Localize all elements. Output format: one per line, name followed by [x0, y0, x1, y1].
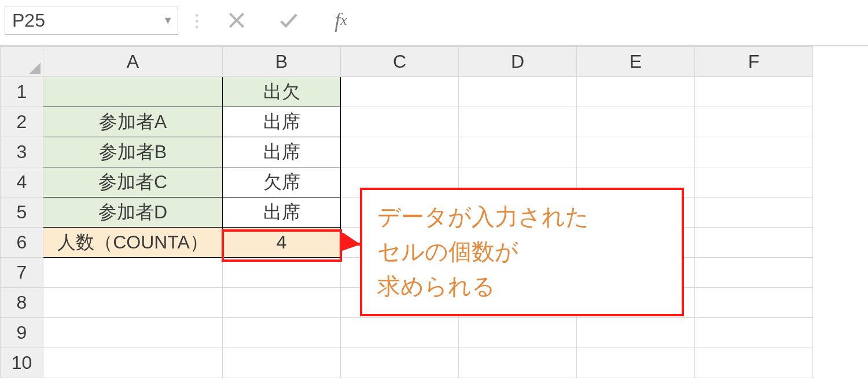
- fx-icon[interactable]: fx: [320, 6, 362, 35]
- cell-B2[interactable]: 出席: [223, 107, 341, 137]
- callout-line3: 求められる: [377, 269, 667, 303]
- cell-A7[interactable]: [43, 258, 223, 288]
- row-header-6[interactable]: 6: [1, 228, 43, 258]
- cell-A1[interactable]: [43, 77, 223, 107]
- cell-A5[interactable]: 参加者D: [43, 198, 223, 228]
- cell-C10[interactable]: [341, 348, 459, 378]
- row-header-5[interactable]: 5: [1, 198, 43, 228]
- cell-D10[interactable]: [459, 348, 577, 378]
- cell-A3[interactable]: 参加者B: [43, 137, 223, 167]
- row-header-4[interactable]: 4: [1, 167, 43, 198]
- col-header-A[interactable]: A: [43, 47, 223, 77]
- cell-A4[interactable]: 参加者C: [43, 167, 223, 198]
- cancel-icon[interactable]: [216, 6, 258, 35]
- cell-F1[interactable]: [695, 77, 813, 107]
- cell-E10[interactable]: [577, 348, 695, 378]
- cell-E1[interactable]: [577, 77, 695, 107]
- cell-C9[interactable]: [341, 318, 459, 348]
- cell-F4[interactable]: [695, 167, 813, 198]
- cell-F3[interactable]: [695, 137, 813, 167]
- cell-B4[interactable]: 欠席: [223, 167, 341, 198]
- cell-A10[interactable]: [43, 348, 223, 378]
- row-header-7[interactable]: 7: [1, 258, 43, 288]
- cell-A8[interactable]: [43, 288, 223, 318]
- name-box-value: P25: [12, 10, 45, 31]
- col-header-E[interactable]: E: [577, 47, 695, 77]
- cell-F7[interactable]: [695, 258, 813, 288]
- formula-input[interactable]: [372, 6, 863, 35]
- row-header-8[interactable]: 8: [1, 288, 43, 318]
- col-header-C[interactable]: C: [341, 47, 459, 77]
- cell-E9[interactable]: [577, 318, 695, 348]
- cell-B1[interactable]: 出欠: [223, 77, 341, 107]
- chevron-down-icon[interactable]: ▼: [163, 14, 173, 27]
- cell-A9[interactable]: [43, 318, 223, 348]
- row-header-2[interactable]: 2: [1, 107, 43, 137]
- cell-A2[interactable]: 参加者A: [43, 107, 223, 137]
- cell-F9[interactable]: [695, 318, 813, 348]
- name-box[interactable]: P25 ▼: [5, 6, 178, 35]
- cell-C2[interactable]: [341, 107, 459, 137]
- cell-B5[interactable]: 出席: [223, 198, 341, 228]
- cell-F5[interactable]: [695, 198, 813, 228]
- separator-icon: ⋮: [189, 11, 205, 30]
- callout-line1: データが入力された: [377, 199, 667, 234]
- cell-B3[interactable]: 出席: [223, 137, 341, 167]
- cell-F6[interactable]: [695, 228, 813, 258]
- cell-D2[interactable]: [459, 107, 577, 137]
- col-header-B[interactable]: B: [223, 47, 341, 77]
- cell-F2[interactable]: [695, 107, 813, 137]
- select-all-corner[interactable]: [1, 47, 43, 77]
- cell-F10[interactable]: [695, 348, 813, 378]
- row-header-9[interactable]: 9: [1, 318, 43, 348]
- row-header-1[interactable]: 1: [1, 77, 43, 107]
- cell-D1[interactable]: [459, 77, 577, 107]
- row-header-10[interactable]: 10: [1, 348, 43, 378]
- cell-B7[interactable]: [223, 258, 341, 288]
- row-header-3[interactable]: 3: [1, 137, 43, 167]
- cell-E3[interactable]: [577, 137, 695, 167]
- cell-B9[interactable]: [223, 318, 341, 348]
- col-header-F[interactable]: F: [695, 47, 813, 77]
- callout-line2: セルの個数が: [377, 234, 667, 269]
- cell-A6[interactable]: 人数（COUNTA）: [43, 228, 223, 258]
- cell-F8[interactable]: [695, 288, 813, 318]
- cell-B6[interactable]: 4: [223, 228, 341, 258]
- cell-D9[interactable]: [459, 318, 577, 348]
- cell-E2[interactable]: [577, 107, 695, 137]
- annotation-callout: データが入力された セルの個数が 求められる: [360, 188, 684, 316]
- enter-icon[interactable]: [268, 6, 310, 35]
- cell-D3[interactable]: [459, 137, 577, 167]
- col-header-D[interactable]: D: [459, 47, 577, 77]
- cell-B10[interactable]: [223, 348, 341, 378]
- cell-C3[interactable]: [341, 137, 459, 167]
- cell-C1[interactable]: [341, 77, 459, 107]
- cell-B8[interactable]: [223, 288, 341, 318]
- spreadsheet-grid[interactable]: A B C D E F 1 出欠 2 参加者A 出席 3 参加者B 出席 4 参…: [0, 46, 868, 378]
- formula-bar: P25 ▼ ⋮ fx: [0, 0, 868, 46]
